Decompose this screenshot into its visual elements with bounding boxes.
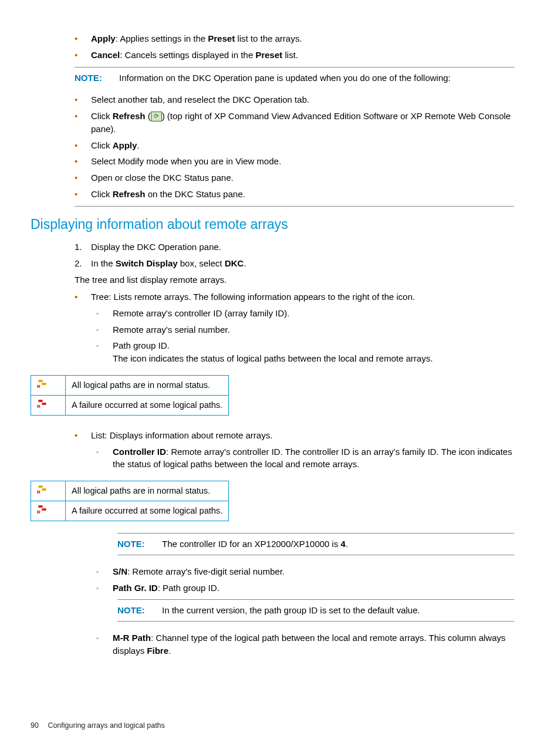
bullet-text: Path Gr. ID: Path group ID.: [113, 582, 514, 595]
list-item: ◦ Remote array's serial number.: [96, 322, 514, 338]
bullet-icon: •: [75, 93, 91, 106]
bullet-text: S/N: Remote array's five-digit serial nu…: [113, 565, 514, 578]
section-heading: Displaying information about remote arra…: [31, 215, 514, 234]
refresh-icon: ⟳: [151, 112, 162, 121]
note-block: NOTE: In the current version, the path g…: [117, 599, 514, 622]
list-item: • Select Modify mode when you are in Vie…: [75, 153, 514, 170]
top-bullet-list: • Apply: Applies settings in the Preset …: [75, 31, 514, 63]
list-item: 2. In the Switch Display box, select DKC…: [75, 255, 514, 272]
bullet-icon: •: [75, 155, 91, 168]
list-item: • Click Refresh (⟳) (top right of XP Com…: [75, 108, 514, 137]
note-bullet-list: • Select another tab, and reselect the D…: [75, 92, 514, 206]
bullet-text: Select Modify mode when you are in View …: [91, 155, 514, 168]
bullet-text: Remote array's controller ID (array fami…: [113, 307, 514, 320]
circle-bullet-icon: ◦: [96, 323, 113, 336]
status-text-cell: All logical paths are in normal status.: [66, 375, 229, 395]
bullet-text: List: Displays information about remote …: [91, 429, 514, 442]
bullet-text: Click Refresh on the DKC Status pane.: [91, 188, 514, 201]
table-row: R All logical paths are in normal status…: [31, 375, 229, 395]
status-text-cell: A failure occurred at some logical paths…: [66, 395, 229, 415]
bullet-text: Click Refresh (⟳) (top right of XP Comma…: [91, 110, 514, 136]
bullet-text: Open or close the DKC Status pane.: [91, 171, 514, 184]
status-table: R All logical paths are in normal status…: [31, 375, 229, 416]
note-label: NOTE:: [117, 604, 162, 617]
list-sub-list: ◦ Controller ID: Remote array's controll…: [96, 444, 514, 473]
list-item: ◦ Path Gr. ID: Path group ID.: [96, 580, 514, 596]
note-block: NOTE: Information on the DKC Operation p…: [75, 67, 514, 89]
bullet-icon: •: [75, 139, 91, 152]
list-item: • Cancel: Cancels settings displayed in …: [75, 47, 514, 63]
path-failure-icon: R: [37, 505, 48, 514]
list-item: • Click Apply.: [75, 137, 514, 154]
path-normal-icon: R: [37, 380, 48, 388]
path-normal-icon: R: [37, 485, 48, 494]
list-item: • Select another tab, and reselect the D…: [75, 92, 514, 108]
tree-list: • Tree: Lists remote arrays. The followi…: [75, 289, 514, 305]
list-item: 1. Display the DKC Operation pane.: [75, 239, 514, 255]
bullet-text: Click Apply.: [91, 139, 514, 152]
note-label: NOTE:: [117, 538, 162, 551]
status-text-cell: All logical paths are in normal status.: [66, 481, 229, 501]
bullet-text: Tree: Lists remote arrays. The following…: [91, 291, 514, 303]
bullet-icon: •: [75, 291, 91, 303]
list-item: ◦ Controller ID: Remote array's controll…: [96, 444, 514, 473]
step-number: 2.: [75, 257, 91, 270]
tree-sub-list: ◦ Remote array's controller ID (array fa…: [96, 305, 514, 367]
circle-bullet-icon: ◦: [96, 582, 113, 595]
list-item: • Click Refresh on the DKC Status pane.: [75, 186, 514, 202]
list-item: • Tree: Lists remote arrays. The followi…: [75, 289, 514, 305]
note-block: NOTE: The controller ID for an XP12000/X…: [117, 533, 514, 555]
list-sub-list: ◦ M-R Path: Channel type of the logical …: [96, 630, 514, 659]
circle-bullet-icon: ◦: [96, 307, 113, 320]
bullet-text: M-R Path: Channel type of the logical pa…: [113, 632, 514, 657]
circle-bullet-icon: ◦: [96, 445, 113, 471]
bullet-icon: •: [75, 188, 91, 201]
bullet-icon: •: [75, 171, 91, 184]
list-item: • Apply: Applies settings in the Preset …: [75, 31, 514, 47]
bullet-icon: •: [75, 49, 91, 62]
note-text: The controller ID for an XP12000/XP10000…: [162, 538, 514, 551]
path-failure-icon: R: [37, 400, 48, 408]
circle-bullet-icon: ◦: [96, 339, 113, 365]
paragraph: The tree and list display remote arrays.: [75, 271, 514, 289]
table-row: R All logical paths are in normal status…: [31, 481, 229, 501]
list-sub-list: ◦ S/N: Remote array's five-digit serial …: [96, 563, 514, 596]
step-text: Display the DKC Operation pane.: [91, 241, 514, 254]
note-label: NOTE:: [75, 72, 119, 85]
list-item: ◦ M-R Path: Channel type of the logical …: [96, 630, 514, 659]
list-item: • Open or close the DKC Status pane.: [75, 170, 514, 186]
ordered-steps: 1. Display the DKC Operation pane. 2. In…: [75, 239, 514, 272]
bullet-text: Cancel: Cancels settings displayed in th…: [91, 49, 514, 62]
status-icon-cell: R: [31, 481, 66, 501]
bullet-icon: •: [75, 32, 91, 45]
note-text: Information on the DKC Operation pane is…: [119, 72, 514, 85]
bullet-icon: •: [75, 110, 91, 136]
bullet-text: Apply: Applies settings in the Preset li…: [91, 32, 514, 45]
table-row: R A failure occurred at some logical pat…: [31, 395, 229, 415]
bullet-icon: •: [75, 429, 91, 442]
list-item: ◦ Remote array's controller ID (array fa…: [96, 305, 514, 322]
status-icon-cell: R: [31, 375, 66, 395]
list-item: • List: Displays information about remot…: [75, 427, 514, 444]
table-row: R A failure occurred at some logical pat…: [31, 501, 229, 521]
list-list: • List: Displays information about remot…: [75, 427, 514, 444]
circle-bullet-icon: ◦: [96, 632, 113, 657]
status-table: R All logical paths are in normal status…: [31, 481, 229, 521]
bullet-text: Select another tab, and reselect the DKC…: [91, 93, 514, 106]
circle-bullet-icon: ◦: [96, 565, 113, 578]
note-text: In the current version, the path group I…: [162, 604, 514, 617]
status-icon-cell: R: [31, 395, 66, 415]
step-number: 1.: [75, 241, 91, 254]
bullet-text: Path group ID. The icon indicates the st…: [113, 339, 514, 365]
status-icon-cell: R: [31, 501, 66, 521]
bullet-text: Controller ID: Remote array's controller…: [113, 445, 514, 471]
list-item: ◦ Path group ID. The icon indicates the …: [96, 337, 514, 367]
step-text: In the Switch Display box, select DKC.: [91, 257, 514, 270]
status-text-cell: A failure occurred at some logical paths…: [66, 501, 229, 521]
list-item: ◦ S/N: Remote array's five-digit serial …: [96, 563, 514, 580]
bullet-text: Remote array's serial number.: [113, 323, 514, 336]
